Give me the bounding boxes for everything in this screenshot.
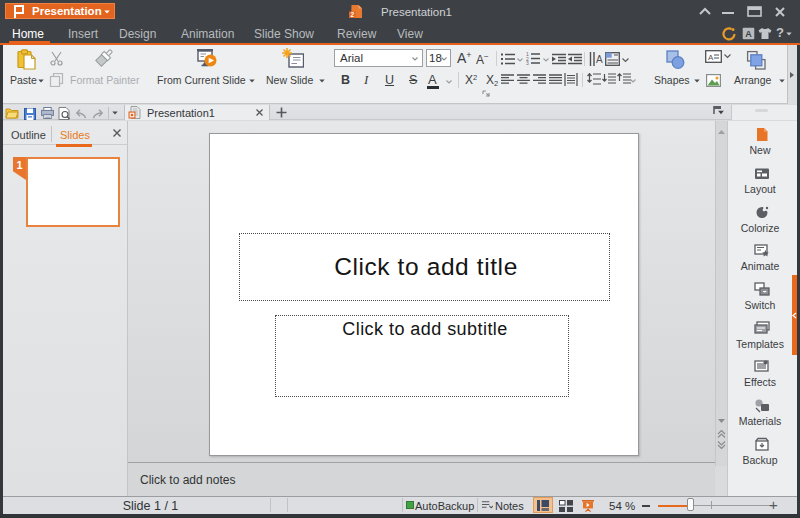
svg-text:A: A bbox=[596, 54, 603, 65]
svg-text:3: 3 bbox=[526, 60, 529, 65]
svg-text:2: 2 bbox=[350, 11, 354, 18]
svg-text:A: A bbox=[745, 29, 752, 39]
svg-text:A: A bbox=[708, 53, 714, 62]
